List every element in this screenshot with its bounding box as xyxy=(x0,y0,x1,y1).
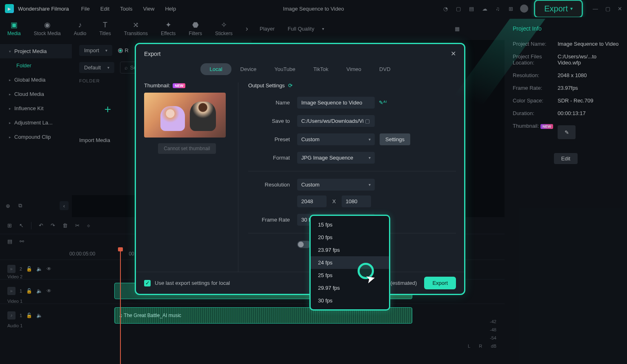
fps-option-25[interactable]: 25 fps xyxy=(311,269,389,282)
export-confirm-button[interactable]: Export xyxy=(424,277,456,289)
resolution-dropdown[interactable]: Custom▾ xyxy=(297,179,375,191)
ai-rename-icon[interactable]: ✎ᴬᴵ xyxy=(379,100,387,106)
format-label: Format xyxy=(248,155,297,161)
cannot-set-thumbnail: Cannot set thumbnail xyxy=(158,143,216,154)
browse-folder-icon[interactable]: ▢ xyxy=(365,118,370,124)
format-dropdown[interactable]: JPG Image Sequence▾ xyxy=(297,152,375,164)
preset-settings-button[interactable]: Settings xyxy=(380,133,410,145)
dialog-tabs: Local Device YouTube TikTok Vimeo DVD xyxy=(136,63,464,75)
framerate-label: Frame Rate xyxy=(248,217,297,223)
preset-label: Preset xyxy=(248,136,297,142)
tab-local[interactable]: Local xyxy=(200,63,231,75)
fps-option-23-97[interactable]: 23.97 fps xyxy=(311,244,389,256)
dialog-title: Export xyxy=(144,51,160,57)
use-last-settings-checkbox[interactable]: ✓ xyxy=(144,280,151,286)
dialog-close-button[interactable]: ✕ xyxy=(451,50,456,58)
save-to-label: Save to xyxy=(248,118,297,124)
framerate-options-list: 15 fps 20 fps 23.97 fps 24 fps 25 fps 29… xyxy=(309,215,390,311)
tab-device[interactable]: Device xyxy=(231,63,266,75)
format-value: JPG Image Sequence xyxy=(301,155,353,161)
x-separator: X xyxy=(332,198,336,204)
option-toggle[interactable] xyxy=(297,241,311,248)
width-input[interactable] xyxy=(297,195,327,207)
tab-youtube[interactable]: YouTube xyxy=(265,63,304,75)
thumbnail-section-label: Thumbnail: NEW xyxy=(144,82,230,89)
preset-value: Custom xyxy=(301,136,320,142)
thumbnail-preview[interactable] xyxy=(144,93,226,138)
fps-option-29-97[interactable]: 29.97 fps xyxy=(311,282,389,294)
fps-option-20[interactable]: 20 fps xyxy=(311,231,389,244)
cloud-sync-icon[interactable]: ⟳ xyxy=(288,82,293,89)
fps-option-30[interactable]: 30 fps xyxy=(311,294,389,307)
output-settings-label: Output Settings ⟳ xyxy=(248,82,456,89)
tab-dvd[interactable]: DVD xyxy=(370,63,399,75)
chevron-down-icon: ▾ xyxy=(369,182,371,187)
resolution-value: Custom xyxy=(301,182,320,188)
height-input[interactable] xyxy=(342,195,371,207)
name-input[interactable] xyxy=(297,97,375,109)
export-dialog: Export ✕ Local Device YouTube TikTok Vim… xyxy=(135,43,465,295)
name-label: Name xyxy=(248,100,297,106)
preset-dropdown[interactable]: Custom▾ xyxy=(297,133,375,145)
fps-option-24[interactable]: 24 fps xyxy=(311,256,389,269)
tab-tiktok[interactable]: TikTok xyxy=(304,63,337,75)
resolution-label: Resolution xyxy=(248,182,297,188)
chevron-down-icon: ▾ xyxy=(369,137,371,142)
new-badge: NEW xyxy=(173,83,185,88)
save-to-input[interactable] xyxy=(297,115,375,127)
fps-option-15[interactable]: 15 fps xyxy=(311,218,389,231)
chevron-down-icon: ▾ xyxy=(369,155,371,160)
tab-vimeo[interactable]: Vimeo xyxy=(337,63,370,75)
use-last-settings-label: Use last export settings for local xyxy=(155,280,230,286)
